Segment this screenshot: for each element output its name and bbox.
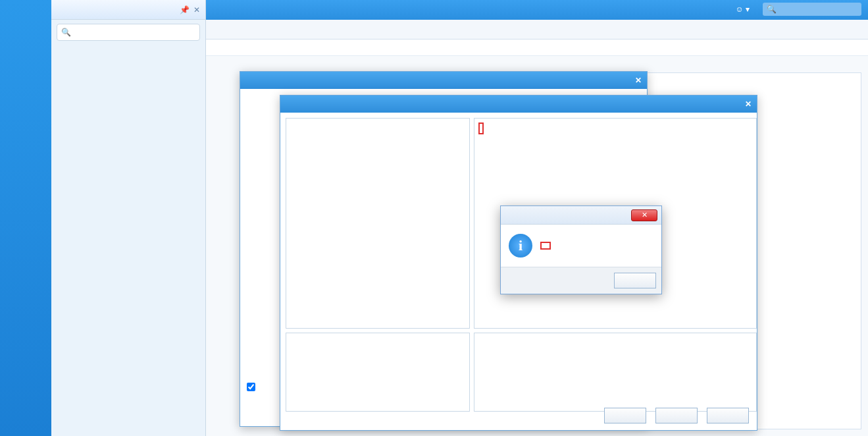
cancel-button[interactable] — [707, 408, 749, 423]
tree-search[interactable]: 🔍 — [57, 24, 200, 41]
message-text — [540, 242, 551, 250]
tree-search-input[interactable] — [71, 28, 195, 37]
left-rail — [0, 0, 51, 436]
search-icon: 🔍 — [767, 5, 777, 14]
page-title — [206, 40, 868, 56]
smile-icon[interactable]: ☺ ▾ — [735, 5, 750, 14]
search-icon: 🔍 — [61, 28, 71, 37]
by-name-checkbox[interactable] — [247, 383, 259, 391]
ok-button[interactable] — [655, 408, 698, 423]
duty-tree[interactable] — [290, 123, 465, 324]
top-tabs: ☺ ▾ 🔍 — [206, 0, 868, 20]
message-box-header[interactable]: ✕ — [501, 206, 661, 225]
verify-button[interactable] — [604, 408, 646, 423]
close-icon[interactable]: ✕ — [635, 76, 642, 85]
ok-button[interactable] — [614, 273, 656, 288]
toolbar — [206, 20, 868, 40]
message-box: ✕ i — [500, 205, 662, 294]
pin-icon[interactable]: 📌 — [180, 5, 190, 14]
expr-highlight — [478, 123, 484, 134]
by-name-checkbox-input[interactable] — [247, 383, 255, 391]
tree-pane-header: 📌 ✕ — [51, 0, 205, 20]
modal-header[interactable]: ✕ — [240, 72, 647, 89]
close-icon[interactable]: ✕ — [745, 99, 752, 109]
barcode-search[interactable]: 🔍 — [763, 3, 861, 16]
info-icon: i — [509, 234, 532, 258]
tree-pane: 📌 ✕ 🔍 — [51, 0, 206, 436]
modal-header[interactable]: ✕ — [280, 95, 757, 113]
close-icon[interactable]: ✕ — [193, 5, 200, 14]
close-icon[interactable]: ✕ — [631, 209, 657, 221]
